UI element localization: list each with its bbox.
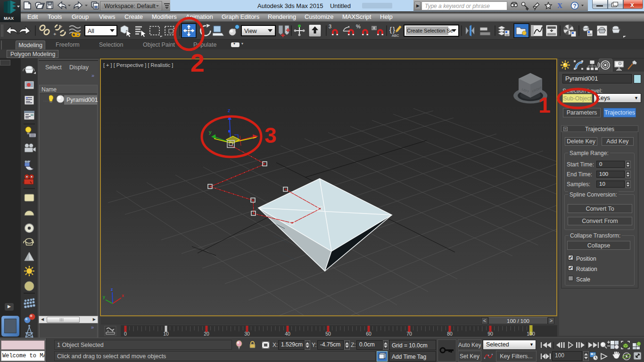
svg-text:Workspace: Default: Workspace: Default bbox=[104, 3, 156, 9]
svg-text:20: 20 bbox=[204, 331, 209, 337]
svg-text:x: x bbox=[122, 293, 124, 298]
svg-text:z: z bbox=[111, 287, 113, 292]
svg-text:40: 40 bbox=[285, 331, 290, 337]
svg-text:10: 10 bbox=[163, 331, 169, 337]
svg-text:60: 60 bbox=[366, 331, 372, 337]
svg-text:3: 3 bbox=[329, 24, 331, 29]
svg-text:70: 70 bbox=[406, 331, 412, 337]
svg-text:ABC: ABC bbox=[392, 33, 399, 38]
svg-text:{: { bbox=[389, 25, 392, 33]
svg-text:}: } bbox=[393, 25, 395, 33]
svg-text:?: ? bbox=[573, 3, 577, 9]
svg-text:0: 0 bbox=[124, 331, 127, 337]
svg-text:All: All bbox=[88, 28, 94, 34]
svg-text:✚: ✚ bbox=[286, 27, 290, 33]
svg-text:✚: ✚ bbox=[281, 33, 285, 38]
svg-text:30: 30 bbox=[244, 331, 250, 337]
svg-text:y: y bbox=[209, 129, 212, 135]
svg-text:3: 3 bbox=[264, 123, 277, 148]
svg-text:Create Selection Se: Create Selection Se bbox=[407, 28, 453, 33]
svg-text:80: 80 bbox=[447, 331, 453, 337]
svg-text:View: View bbox=[244, 28, 257, 34]
svg-text:2: 2 bbox=[190, 49, 205, 74]
svg-text:MAX: MAX bbox=[4, 16, 14, 21]
svg-text:100: 100 bbox=[527, 331, 535, 337]
svg-text:z: z bbox=[228, 107, 231, 113]
svg-text:y: y bbox=[103, 295, 105, 299]
svg-text:✦: ✦ bbox=[59, 24, 63, 29]
svg-text:X: X bbox=[557, 2, 562, 9]
svg-text:1: 1 bbox=[538, 93, 551, 117]
svg-text:[ + ] [ Perspective ] [ Realis: [ + ] [ Perspective ] [ Realistic ] bbox=[103, 62, 173, 68]
svg-text:✦: ✦ bbox=[53, 32, 57, 37]
svg-text:50: 50 bbox=[325, 331, 331, 337]
svg-text:90: 90 bbox=[487, 331, 493, 337]
svg-text:%: % bbox=[356, 24, 361, 29]
